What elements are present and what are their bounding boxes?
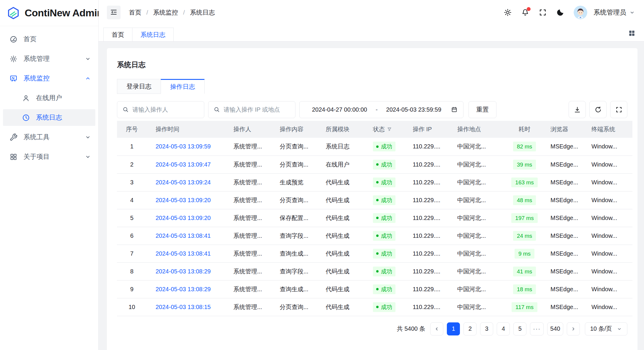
table-fullscreen-button[interactable] bbox=[610, 101, 627, 118]
sidebar-item-system-monitor[interactable]: 系统监控 bbox=[3, 70, 95, 87]
pagination-page-2[interactable]: 2 bbox=[463, 322, 477, 335]
page-size-select[interactable]: 10 条/页 bbox=[585, 322, 627, 335]
log-time-link[interactable]: 2024-05-03 13:08:15 bbox=[156, 304, 211, 310]
ip-search-field[interactable] bbox=[208, 101, 295, 118]
settings-gear-icon[interactable] bbox=[504, 8, 512, 17]
sidebar-item-home[interactable]: 首页 bbox=[3, 31, 95, 47]
log-time-link[interactable]: 2024-05-03 13:09:20 bbox=[156, 197, 211, 203]
cell-os: Window... bbox=[583, 280, 632, 298]
sidebar-item-system-log[interactable]: 系统日志 bbox=[3, 109, 95, 126]
refresh-icon bbox=[594, 106, 602, 113]
expand-icon bbox=[615, 106, 623, 113]
apps-grid-icon[interactable] bbox=[628, 29, 636, 37]
tab-operation-log[interactable]: 操作日志 bbox=[161, 79, 205, 94]
opened-tab-syslog[interactable]: 系统日志 bbox=[132, 28, 174, 41]
cell-index: 3 bbox=[117, 173, 147, 191]
pagination-page-1[interactable]: 1 bbox=[447, 322, 460, 335]
opened-tab-home[interactable]: 首页 bbox=[103, 28, 132, 41]
sidebar-item-label: 系统工具 bbox=[23, 133, 85, 142]
date-range-picker[interactable]: 2024-04-27 00:00:00 - 2024-05-03 23:59:5… bbox=[299, 101, 463, 118]
refresh-button[interactable] bbox=[589, 101, 607, 118]
breadcrumb-item-monitor[interactable]: 系统监控 bbox=[153, 8, 178, 17]
cell-browser: MSEdge... bbox=[542, 227, 583, 245]
log-time-link[interactable]: 2024-05-03 13:08:29 bbox=[156, 286, 211, 292]
duration-badge: 24 ms bbox=[513, 231, 536, 241]
duration-badge: 163 ms bbox=[511, 178, 537, 187]
cell-content: 分页查询... bbox=[271, 156, 317, 173]
cell-status: 成功 bbox=[364, 227, 404, 245]
sidebar-item-label: 关于项目 bbox=[23, 152, 85, 161]
pagination-ellipsis[interactable]: ··· bbox=[530, 322, 544, 335]
cell-os: Window... bbox=[583, 227, 632, 245]
pagination-page-3[interactable]: 3 bbox=[480, 322, 493, 335]
notification-bell-icon[interactable] bbox=[521, 8, 529, 17]
cell-location: 中国河北... bbox=[448, 156, 507, 173]
user-menu[interactable]: 系统管理员 bbox=[594, 8, 635, 17]
date-end-value[interactable]: 2024-05-03 23:59:59 bbox=[379, 106, 448, 113]
opened-tab-label: 首页 bbox=[112, 31, 124, 39]
pagination-next-button[interactable] bbox=[567, 322, 580, 335]
cell-status: 成功 bbox=[364, 280, 404, 298]
opened-tabs-bar: 首页 系统日志 bbox=[99, 25, 644, 42]
log-time-link[interactable]: 2024-05-03 13:09:20 bbox=[156, 215, 211, 221]
pagination-page-540[interactable]: 540 bbox=[547, 322, 563, 335]
operator-search-field[interactable] bbox=[117, 101, 204, 118]
sidebar-item-online-users[interactable]: 在线用户 bbox=[3, 90, 95, 106]
download-button[interactable] bbox=[569, 101, 586, 118]
log-time-link[interactable]: 2024-05-03 13:08:41 bbox=[156, 232, 211, 239]
sidebar-item-about-project[interactable]: 关于项目 bbox=[3, 148, 95, 165]
table-row: 92024-05-03 13:08:29系统管理...查询生成...代码生成成功… bbox=[117, 280, 632, 298]
filter-funnel-icon[interactable] bbox=[387, 127, 392, 132]
ip-search-input[interactable] bbox=[224, 106, 290, 113]
sidebar-item-system-tools[interactable]: 系统工具 bbox=[3, 129, 95, 145]
reset-button[interactable]: 重置 bbox=[469, 101, 496, 118]
cell-index: 7 bbox=[117, 245, 147, 262]
col-duration: 耗时 bbox=[507, 121, 542, 138]
log-time-link[interactable]: 2024-05-03 13:09:24 bbox=[156, 179, 211, 186]
breadcrumb-separator: / bbox=[183, 9, 185, 16]
sidebar: ContiNew Admin 首页 系统管理 bbox=[0, 0, 99, 350]
sidebar-menu: 首页 系统管理 系统监控 bbox=[0, 26, 98, 168]
main-area: 首页 / 系统监控 / 系统日志 bbox=[99, 0, 644, 350]
pagination-page-4[interactable]: 4 bbox=[497, 322, 510, 335]
table-header-row: 序号 操作时间 操作人 操作内容 所属模块 状态 操作 I bbox=[117, 121, 632, 138]
app-window: ContiNew Admin 首页 系统管理 bbox=[0, 0, 644, 350]
log-time-link[interactable]: 2024-05-03 13:08:29 bbox=[156, 268, 211, 275]
opened-tab-label: 系统日志 bbox=[140, 31, 165, 39]
cell-status: 成功 bbox=[364, 191, 404, 209]
breadcrumb-item-home[interactable]: 首页 bbox=[129, 8, 141, 17]
cell-module: 代码生成 bbox=[317, 298, 364, 316]
pagination-page-5[interactable]: 5 bbox=[513, 322, 526, 335]
sidebar-item-system-manage[interactable]: 系统管理 bbox=[3, 50, 95, 67]
table-header: 序号 操作时间 操作人 操作内容 所属模块 状态 操作 I bbox=[117, 121, 632, 138]
operator-search-input[interactable] bbox=[132, 106, 199, 113]
fullscreen-icon[interactable] bbox=[539, 8, 547, 17]
date-start-value[interactable]: 2024-04-27 00:00:00 bbox=[305, 106, 374, 113]
cell-operator: 系统管理... bbox=[224, 209, 271, 227]
log-time-link[interactable]: 2024-05-03 13:09:59 bbox=[156, 143, 211, 150]
sidebar-collapse-button[interactable] bbox=[107, 6, 121, 19]
status-dot-icon bbox=[376, 270, 379, 273]
log-time-link[interactable]: 2024-05-03 13:08:41 bbox=[156, 250, 211, 257]
dark-mode-moon-icon[interactable] bbox=[556, 8, 564, 17]
duration-badge: 41 ms bbox=[513, 267, 536, 276]
col-status-label: 状态 bbox=[373, 125, 385, 133]
duration-badge: 82 ms bbox=[513, 142, 536, 151]
cell-ip: 110.229.... bbox=[404, 280, 448, 298]
search-icon bbox=[122, 106, 129, 113]
cell-location: 中国河北... bbox=[448, 227, 507, 245]
cell-os: Window... bbox=[583, 262, 632, 280]
cell-module: 代码生成 bbox=[317, 280, 364, 298]
cell-index: 4 bbox=[117, 191, 147, 209]
brand-name: ContiNew Admin bbox=[25, 7, 103, 19]
cell-ip: 110.229.... bbox=[404, 209, 448, 227]
cell-duration: 197 ms bbox=[507, 209, 542, 227]
menu-fold-icon bbox=[110, 8, 118, 17]
avatar[interactable] bbox=[574, 6, 587, 19]
table-row: 82024-05-03 13:08:29系统管理...查询字段...代码生成成功… bbox=[117, 262, 632, 280]
cell-module: 代码生成 bbox=[317, 209, 364, 227]
log-time-link[interactable]: 2024-05-03 13:09:47 bbox=[156, 161, 211, 168]
tab-login-log[interactable]: 登录日志 bbox=[117, 79, 161, 94]
breadcrumb-item-syslog[interactable]: 系统日志 bbox=[190, 8, 215, 17]
pagination-prev-button[interactable] bbox=[430, 322, 443, 335]
